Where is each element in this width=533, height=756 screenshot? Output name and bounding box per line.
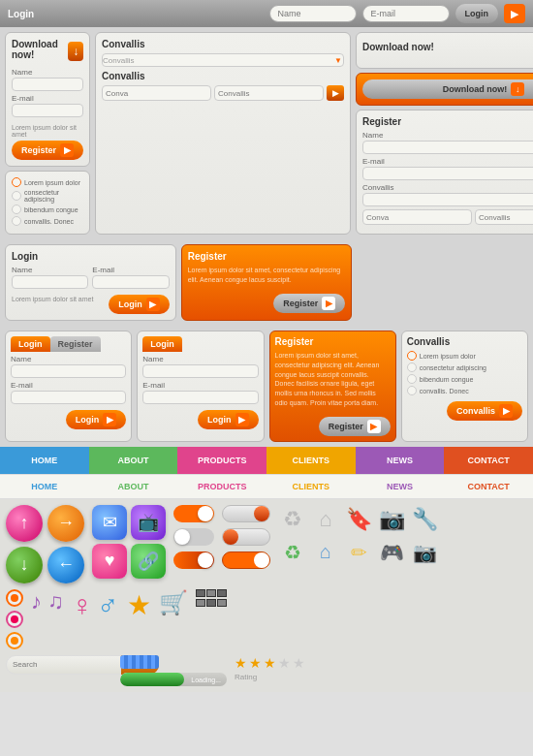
camera-icon[interactable]: 📷 [377, 505, 406, 534]
s3-login-button[interactable]: Login ▶ [66, 410, 127, 429]
circle-up-icon[interactable]: ↑ [6, 505, 43, 542]
circle-left-icon[interactable]: ← [47, 547, 84, 583]
tab-register[interactable]: Register [50, 336, 101, 352]
circle-right-icon[interactable]: → [47, 505, 84, 542]
camera2-icon[interactable]: 📷 [410, 538, 439, 567]
radio-toggle-3[interactable] [6, 632, 23, 649]
tab-login[interactable]: Login [11, 336, 50, 352]
name-r-input[interactable] [362, 141, 533, 154]
tab2-login[interactable]: Login [142, 336, 182, 352]
radio-item-4[interactable]: convallis. Donec [12, 216, 83, 226]
conv-button[interactable]: ▶ [327, 85, 344, 101]
nav2-news[interactable]: NEWS [356, 475, 445, 498]
sq-tv-icon[interactable]: 📺 [131, 505, 166, 540]
s3-2-login-button[interactable]: Login ▶ [198, 410, 259, 429]
star-4[interactable]: ★ [278, 655, 291, 671]
radio-toggle-1[interactable] [6, 589, 23, 607]
gamepad-icon[interactable]: 🎮 [377, 538, 406, 567]
cart-icon[interactable]: 🛒 [159, 589, 188, 616]
login-submit-button[interactable]: Login ▶ [109, 295, 170, 314]
conv-r-input-1[interactable] [362, 209, 472, 225]
film-row2 [196, 599, 227, 607]
star-5[interactable]: ★ [293, 655, 305, 671]
music-note2-icon[interactable]: ♫ [47, 589, 64, 614]
wrench-icon[interactable]: 🔧 [410, 505, 439, 534]
email-r-input[interactable] [362, 167, 533, 180]
radio-circle-3 [12, 205, 21, 214]
s3-tabs: Login Register [11, 336, 126, 352]
s3-radio-1[interactable]: Lorem ipsum dolor [407, 351, 522, 361]
pill-toggle-3[interactable] [222, 551, 270, 569]
star-1[interactable]: ★ [235, 655, 247, 671]
sq-mail-icon[interactable]: ✉ [92, 505, 127, 540]
panel-register-right: Register Name E-mail Convallis ▼ ▶ [356, 110, 533, 235]
nav-contact[interactable]: CONTACT [444, 447, 533, 474]
home2-icon[interactable]: ⌂ [311, 538, 340, 567]
music-note-icon[interactable]: ♪ [31, 589, 42, 614]
convallis-dropdown-1[interactable]: Convallis [102, 53, 344, 67]
nav-clients[interactable]: CLIENTS [266, 447, 356, 474]
nav2-clients[interactable]: CLIENTS [266, 475, 356, 498]
register-button[interactable]: Register ▶ [12, 141, 83, 160]
s3-radio-3[interactable]: bibendum congue [407, 374, 522, 384]
s3-convallis-button[interactable]: Convallis ▶ [447, 401, 522, 421]
radio-toggle-2[interactable] [6, 611, 23, 628]
pill-toggle-1[interactable] [222, 505, 270, 522]
pill-toggle-2[interactable] [222, 528, 270, 546]
email-input[interactable] [12, 104, 83, 117]
radio-item-3[interactable]: bibendum congue [12, 205, 83, 214]
sq-link-icon[interactable]: 🔗 [131, 544, 166, 579]
convallis-select-1[interactable]: Convallis ▼ [102, 53, 344, 67]
register-orange-button[interactable]: Register ▶ [273, 294, 345, 313]
radio-item-1[interactable]: Lorem ipsum dolor [12, 177, 83, 187]
s3-email-input[interactable] [11, 391, 126, 404]
home-icon[interactable]: ⌂ [311, 505, 340, 534]
top-login-arrow[interactable]: ▶ [504, 4, 525, 23]
recycle2-icon[interactable]: ♻ [278, 538, 307, 567]
nav2-products[interactable]: PRODUCTS [177, 475, 266, 498]
toggle-3[interactable] [173, 551, 214, 569]
convallis-r-select[interactable]: ▼ [362, 193, 533, 206]
search-input[interactable] [6, 655, 121, 675]
register-orange-title: Register [188, 251, 346, 262]
film-cell-4 [196, 599, 205, 607]
conv-r-input-2[interactable] [475, 209, 533, 225]
download-now-button[interactable]: Download now! ↓ [362, 79, 533, 99]
top-email-input[interactable] [362, 5, 450, 22]
s3-radio-4[interactable]: convallis. Donec [407, 386, 522, 395]
nav-news[interactable]: NEWS [356, 447, 445, 474]
nav-about[interactable]: ABOUT [89, 447, 178, 474]
sq-heart-icon[interactable]: ♥ [92, 544, 127, 579]
pencil-icon[interactable]: ✏ [344, 538, 373, 567]
star-icon[interactable]: ★ [127, 589, 151, 621]
star-3[interactable]: ★ [264, 655, 276, 671]
toggle-1[interactable] [173, 505, 214, 522]
nav2-about[interactable]: ABOUT [89, 475, 178, 498]
name-input[interactable] [12, 78, 83, 91]
login-email-input[interactable] [92, 275, 169, 289]
star-2[interactable]: ★ [249, 655, 262, 671]
s3-radio-2[interactable]: consectetur adipiscing [407, 362, 522, 372]
bookmark-icon[interactable]: 🔖 [344, 505, 373, 534]
conv-input-2[interactable] [214, 85, 324, 101]
s3-name-input[interactable] [11, 364, 126, 378]
nav2-contact[interactable]: CONTACT [444, 475, 533, 498]
conv-input-1[interactable] [102, 85, 211, 101]
nav-home[interactable]: HOME [0, 447, 89, 474]
radio-item-2[interactable]: consectetur adipiscing [12, 189, 83, 203]
person-female-icon[interactable]: ♀ [72, 589, 94, 622]
circle-down-icon[interactable]: ↓ [6, 547, 43, 583]
recycle-icon[interactable]: ♻ [278, 505, 307, 534]
nav2-home[interactable]: HOME [0, 475, 89, 498]
login-name-input[interactable] [12, 275, 88, 289]
person-male-icon[interactable]: ♂ [97, 589, 119, 622]
star-area: ★ [127, 589, 151, 621]
s3-register-button[interactable]: Register ▶ [319, 417, 391, 436]
convallis-r-dropdown[interactable] [362, 193, 533, 206]
top-name-input[interactable] [269, 5, 357, 22]
nav-products[interactable]: PRODUCTS [177, 447, 266, 474]
s3-2-name-input[interactable] [142, 364, 258, 378]
top-login-button[interactable]: Login [455, 4, 499, 23]
toggle-2[interactable] [173, 528, 214, 546]
s3-2-email-input[interactable] [142, 391, 258, 404]
